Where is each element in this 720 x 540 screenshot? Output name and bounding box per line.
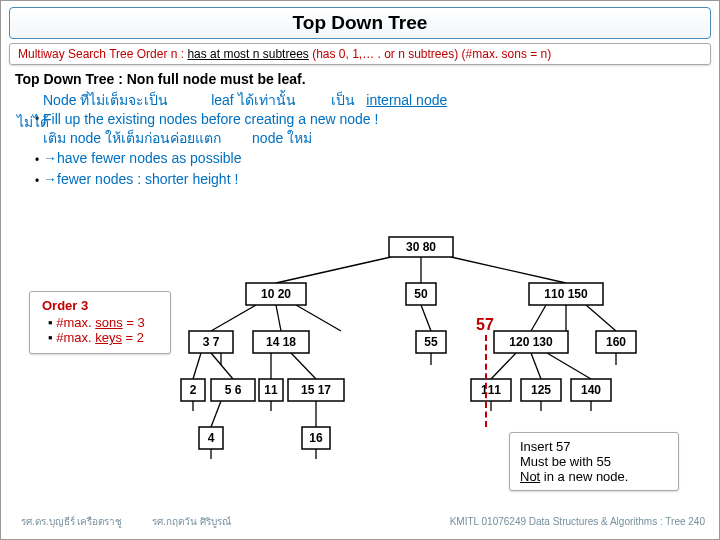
- bullet-dot: •: [31, 150, 43, 170]
- b1-line3-a: เติม node ให้เต็มก่อนค่อยแตก: [43, 130, 221, 146]
- svg-line-6: [421, 305, 431, 331]
- order-li2-u: keys: [95, 330, 122, 345]
- b1-part-c: เป็น: [331, 92, 355, 108]
- b1-line2-main: Fill up the existing nodes before creati…: [43, 111, 378, 127]
- subtitle-underlined: has at most n subtrees: [187, 47, 308, 61]
- insert-box: Insert 57 Must be with 55 Not in a new n…: [509, 432, 679, 491]
- svg-line-2: [451, 257, 566, 283]
- svg-text:110   150: 110 150: [544, 287, 588, 301]
- definition-banner: Multiway Search Tree Order n : has at mo…: [9, 43, 711, 65]
- svg-text:120   130: 120 130: [509, 335, 553, 349]
- svg-line-19: [547, 353, 591, 379]
- svg-line-11: [211, 353, 233, 379]
- svg-line-0: [276, 257, 391, 283]
- bullet-list: • Node ที่ไม่เต็มจะเป็น leaf ได้เท่านั้น…: [31, 89, 709, 191]
- b1-part-d: internal node: [366, 92, 447, 108]
- b2-text: →have fewer nodes as possible: [43, 150, 241, 166]
- svg-text:55: 55: [424, 335, 438, 349]
- svg-text:30   80: 30 80: [406, 240, 436, 254]
- svg-text:3   7: 3 7: [203, 335, 220, 349]
- svg-line-17: [491, 353, 516, 379]
- order-li-1: #max. sons = 3: [48, 315, 158, 330]
- footer-center: รศ.กฤตวัน ศิริบูรณ์: [152, 514, 231, 529]
- insert-l3-not: Not: [520, 469, 540, 484]
- svg-text:50: 50: [414, 287, 428, 301]
- insert-l2: Must be with 55: [520, 454, 668, 469]
- subtitle-tail: (has 0, 1,… . or n subtrees) (#max. sons…: [309, 47, 551, 61]
- svg-line-3: [211, 305, 256, 331]
- order-li1-tail: = 3: [123, 315, 145, 330]
- svg-text:10   20: 10 20: [261, 287, 291, 301]
- insert-pointer-line: [485, 335, 487, 427]
- svg-text:16: 16: [309, 431, 323, 445]
- b1-line3-b: node ใหม่: [252, 130, 312, 146]
- svg-text:15   17: 15 17: [301, 383, 331, 397]
- order-box: Order 3 #max. sons = 3 #max. keys = 2: [29, 291, 171, 354]
- bullet-3: • →fewer nodes : shorter height !: [31, 171, 709, 191]
- svg-line-4: [276, 305, 281, 331]
- svg-line-10: [193, 353, 201, 379]
- bullet-1: • Node ที่ไม่เต็มจะเป็น leaf ได้เท่านั้น…: [31, 89, 709, 149]
- svg-text:160: 160: [606, 335, 626, 349]
- svg-line-18: [531, 353, 541, 379]
- svg-text:11: 11: [264, 383, 278, 397]
- inserted-value-label: 57: [476, 316, 494, 334]
- slide-title: Top Down Tree: [9, 7, 711, 39]
- footer-right: KMITL 01076249 Data Structures & Algorit…: [450, 516, 705, 527]
- order-li1-u: sons: [95, 315, 122, 330]
- order-heading: Order 3: [42, 298, 158, 313]
- svg-text:5   6: 5 6: [225, 383, 242, 397]
- insert-l1: Insert 57: [520, 439, 668, 454]
- svg-line-7: [531, 305, 546, 331]
- order-li1-label: #max.: [56, 315, 95, 330]
- b1-part-b: leaf ได้เท่านั้น: [211, 92, 295, 108]
- svg-line-9: [586, 305, 616, 331]
- b1-part-a: Node ที่ไม่เต็มจะเป็น: [43, 92, 168, 108]
- svg-line-5: [296, 305, 341, 331]
- order-li-2: #max. keys = 2: [48, 330, 158, 345]
- b3-text: →fewer nodes : shorter height !: [43, 171, 238, 187]
- b1-line2-pre: ไม่ได้: [17, 111, 49, 133]
- svg-line-20: [211, 401, 221, 427]
- bullet-dot: •: [31, 171, 43, 191]
- rule-heading: Top Down Tree : Non full node must be le…: [15, 71, 705, 87]
- bullet-2: • →have fewer nodes as possible: [31, 150, 709, 170]
- svg-text:125: 125: [531, 383, 551, 397]
- svg-text:2: 2: [190, 383, 197, 397]
- order-li2-label: #max.: [56, 330, 95, 345]
- svg-line-13: [291, 353, 316, 379]
- insert-l3-tail: in a new node.: [540, 469, 628, 484]
- svg-text:4: 4: [208, 431, 215, 445]
- order-li2-tail: = 2: [122, 330, 144, 345]
- svg-text:140: 140: [581, 383, 601, 397]
- footer: รศ.ดร.บุญธีร์ เครือตราชู รศ.กฤตวัน ศิริบ…: [1, 514, 719, 529]
- svg-text:14   18: 14 18: [266, 335, 296, 349]
- subtitle-lead: Multiway Search Tree Order n :: [18, 47, 187, 61]
- footer-left: รศ.ดร.บุญธีร์ เครือตราชู: [21, 514, 122, 529]
